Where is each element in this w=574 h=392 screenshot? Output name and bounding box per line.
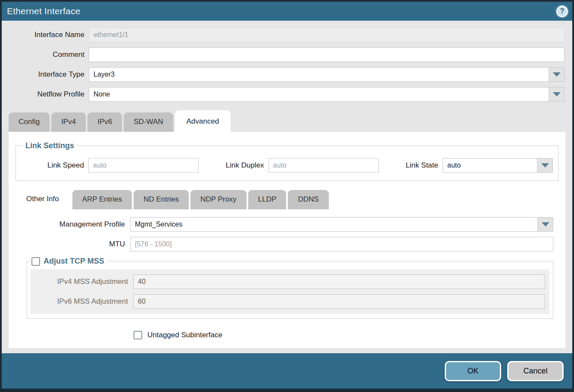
tab-ipv4[interactable]: IPv4 [51,112,86,132]
subtab-ddns[interactable]: DDNS [288,190,328,209]
netflow-profile-value: None [89,87,549,101]
ipv6-mss-row: IPv6 MSS Adjustment [31,294,549,309]
interface-name-label: Interface Name [9,31,89,39]
dialog-title: Ethernet Interface [7,6,81,16]
ipv6-mss-label: IPv6 MSS Adjustment [31,297,133,306]
interface-type-value: Layer3 [89,68,549,81]
advanced-tab-panel: Link Settings Link Speed Link Duplex Lin… [9,132,565,348]
untagged-subinterface-checkbox[interactable] [134,331,142,339]
chevron-down-icon [542,222,549,227]
link-duplex-label: Link Duplex [226,161,268,170]
subtab-arp-entries[interactable]: ARP Entries [72,190,132,209]
main-tab-bar: Config IPv4 IPv6 SD-WAN Advanced [2,110,572,132]
comment-label: Comment [9,50,89,59]
comment-row: Comment [9,47,565,62]
link-state-dropdown[interactable]: auto [443,158,553,173]
interface-form: Interface Name Comment Interface Type La… [2,21,572,107]
link-speed-field[interactable] [88,158,199,173]
mss-disabled-block: IPv4 MSS Adjustment IPv6 MSS Adjustment [31,269,549,314]
tab-ipv6[interactable]: IPv6 [87,112,122,132]
adjust-tcp-mss-title: Adjust TCP MSS [44,257,104,266]
link-settings-row: Link Speed Link Duplex Link State auto [21,158,553,173]
tab-config[interactable]: Config [9,112,50,132]
untagged-subinterface-label: Untagged Subinterface [147,331,222,339]
management-profile-value: Mgmt_Services [131,218,537,231]
interface-type-label: Interface Type [9,70,89,79]
sub-tab-bar: Other Info ARP Entries ND Entries NDP Pr… [9,188,565,209]
adjust-tcp-mss-group: Adjust TCP MSS IPv4 MSS Adjustment IPv6 … [27,257,553,319]
ok-button[interactable]: OK [445,361,501,381]
interface-name-row: Interface Name [9,28,565,42]
adjust-tcp-mss-legend: Adjust TCP MSS [31,257,108,266]
link-settings-title: Link Settings [25,141,74,150]
mtu-field[interactable] [130,237,553,252]
ipv4-mss-field [133,274,545,289]
link-duplex-field[interactable] [268,158,379,173]
interface-type-row: Interface Type Layer3 [9,67,565,82]
management-profile-dropdown-button[interactable] [537,218,553,231]
tab-sdwan[interactable]: SD-WAN [124,112,173,132]
subtab-nd-entries[interactable]: ND Entries [134,190,189,209]
link-state-value: auto [443,159,537,172]
comment-field[interactable] [89,47,565,62]
cancel-button[interactable]: Cancel [507,361,564,381]
dialog-footer: OK Cancel [2,353,572,389]
footer-gap [2,348,572,353]
netflow-profile-dropdown-button[interactable] [549,87,564,101]
chevron-down-icon [553,92,561,96]
subtab-other-info[interactable]: Other Info [15,188,71,209]
other-info-panel: Management Profile Mgmt_Services MTU Adj… [9,209,565,339]
link-state-dropdown-button[interactable] [537,159,552,172]
chevron-down-icon [541,163,549,168]
netflow-profile-dropdown[interactable]: None [89,87,565,102]
subtab-ndp-proxy[interactable]: NDP Proxy [190,190,246,209]
interface-type-dropdown-button[interactable] [549,68,564,81]
mtu-label: MTU [9,240,130,249]
subtab-lldp[interactable]: LLDP [248,190,287,209]
management-profile-dropdown[interactable]: Mgmt_Services [130,217,553,232]
link-speed-label: Link Speed [21,161,88,170]
interface-type-dropdown[interactable]: Layer3 [89,67,565,82]
chevron-down-icon [553,72,561,77]
untagged-subinterface-row: Untagged Subinterface [134,331,553,339]
netflow-profile-label: Netflow Profile [9,90,89,99]
management-profile-label: Management Profile [9,220,130,229]
ipv4-mss-row: IPv4 MSS Adjustment [31,274,549,289]
mtu-row: MTU [9,237,553,252]
help-icon[interactable]: ? [556,6,568,17]
ethernet-interface-dialog: Ethernet Interface ? Interface Name Comm… [0,0,574,392]
dialog-titlebar: Ethernet Interface ? [2,2,572,21]
link-settings-legend: Link Settings [23,141,77,150]
tab-advanced[interactable]: Advanced [175,110,231,132]
ipv6-mss-field [133,294,545,309]
link-state-label: Link State [406,161,443,170]
ipv4-mss-label: IPv4 MSS Adjustment [31,277,133,286]
management-profile-row: Management Profile Mgmt_Services [9,217,553,232]
link-settings-group: Link Settings Link Speed Link Duplex Lin… [16,141,558,181]
netflow-profile-row: Netflow Profile None [9,87,565,102]
adjust-tcp-mss-checkbox[interactable] [31,257,40,266]
interface-name-field [89,28,565,42]
